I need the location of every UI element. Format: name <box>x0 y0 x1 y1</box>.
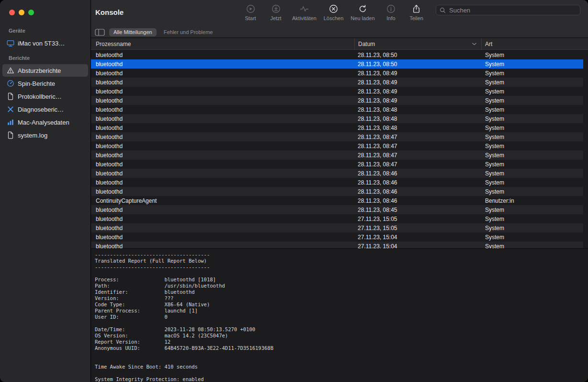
table-row[interactable]: bluetoothd27.11.23, 15:05System <box>91 214 583 223</box>
sidebar: GeräteiMac von 5T33…BerichteAbsturzberic… <box>0 0 91 382</box>
main-area: Konsole StartJetztAktivitätenLöschenNeu … <box>91 0 588 382</box>
cell-date: 28.11.23, 08:49 <box>354 79 481 86</box>
search-field[interactable] <box>436 5 580 15</box>
document-icon <box>7 93 14 100</box>
cell-type: System <box>481 170 583 177</box>
table-row[interactable]: bluetoothd27.11.23, 15:05System <box>91 223 583 232</box>
table-row[interactable]: bluetoothd28.11.23, 08:46System <box>91 187 583 196</box>
toolbar-button-label: Info <box>386 15 395 21</box>
cell-type: System <box>481 125 583 131</box>
close-window-button[interactable] <box>9 10 15 15</box>
cell-type: System <box>481 161 583 168</box>
table-row[interactable]: bluetoothd28.11.23, 08:48System <box>91 105 583 114</box>
table-row[interactable]: bluetoothd28.11.23, 08:47System <box>91 132 583 141</box>
table-row[interactable]: bluetoothd28.11.23, 08:49System <box>91 78 583 87</box>
cell-date: 28.11.23, 08:50 <box>354 52 481 58</box>
table-row[interactable]: bluetoothd28.11.23, 08:49System <box>91 96 583 105</box>
cell-process: bluetoothd <box>91 152 354 159</box>
cell-date: 27.11.23, 15:05 <box>354 225 481 232</box>
cell-date: 28.11.23, 08:49 <box>354 70 481 77</box>
cell-type: System <box>481 234 583 241</box>
column-header-label: Datum <box>358 41 375 47</box>
sidebar-item-label: Diagnoseberic… <box>18 106 64 113</box>
toolbar-button-aktivitaten[interactable]: Aktivitäten <box>292 4 317 21</box>
cell-date: 28.11.23, 08:46 <box>354 197 481 204</box>
toolbar-button-loschen[interactable]: Löschen <box>324 4 344 21</box>
share-icon <box>412 4 421 13</box>
cell-date: 28.11.23, 08:48 <box>354 116 481 122</box>
table-row[interactable]: bluetoothd28.11.23, 08:50System <box>91 59 583 69</box>
sidebar-item-diagnoseberic[interactable]: Diagnoseberic… <box>2 103 88 116</box>
table-row[interactable]: bluetoothd28.11.23, 08:47System <box>91 141 583 150</box>
toolbar-button-jetzt[interactable]: Jetzt <box>267 4 285 21</box>
column-header-datum[interactable]: Datum <box>354 38 481 49</box>
toolbar-button-label: Teilen <box>409 15 423 21</box>
sidebar-section-label: Geräte <box>9 28 90 34</box>
cell-type: System <box>481 70 583 77</box>
toolbar-button-info[interactable]: Info <box>382 4 400 21</box>
table-row[interactable]: bluetoothd28.11.23, 08:47System <box>91 150 583 160</box>
table-row[interactable]: bluetoothd28.11.23, 08:48System <box>91 114 583 123</box>
display-icon <box>7 39 14 47</box>
warning-triangle-icon <box>7 67 14 74</box>
table-row[interactable]: ContinuityCaptureAgent28.11.23, 08:46Ben… <box>91 196 583 205</box>
sidebar-toggle-icon[interactable] <box>95 29 105 36</box>
table-row[interactable]: bluetoothd28.11.23, 08:45System <box>91 205 583 214</box>
filter-tab-fehler-und-probleme[interactable]: Fehler und Probleme <box>159 28 217 36</box>
table-row[interactable]: bluetoothd28.11.23, 08:46System <box>91 169 583 178</box>
table-row[interactable]: bluetoothd28.11.23, 08:48System <box>91 123 583 132</box>
cell-type: System <box>481 61 583 68</box>
minimize-window-button[interactable] <box>19 10 24 15</box>
cell-date: 28.11.23, 08:47 <box>354 134 481 140</box>
cell-process: bluetoothd <box>91 243 354 249</box>
document-icon <box>7 131 14 139</box>
cell-date: 28.11.23, 08:50 <box>354 61 481 68</box>
cell-date: 28.11.23, 08:47 <box>354 143 481 150</box>
info-circle-icon <box>386 4 396 13</box>
toolbar-button-neu-laden[interactable]: Neu laden <box>351 4 374 21</box>
filter-tab-alle-mitteilungen[interactable]: Alle Mitteilungen <box>109 28 157 36</box>
console-window: GeräteiMac von 5T33…BerichteAbsturzberic… <box>0 0 588 382</box>
cell-process: bluetoothd <box>91 70 354 77</box>
search-input[interactable] <box>448 6 577 14</box>
sidebar-item-mac-analysedaten[interactable]: Mac-Analysedaten <box>2 116 88 128</box>
table-row[interactable]: bluetoothd27.11.23, 15:04System <box>91 232 583 242</box>
table-row[interactable]: bluetoothd28.11.23, 08:47System <box>91 160 583 169</box>
sidebar-item-system.log[interactable]: system.log <box>2 129 88 141</box>
clear-circle-icon <box>329 4 338 13</box>
table-row[interactable]: bluetoothd28.11.23, 08:46System <box>91 178 583 187</box>
column-header-label: Art <box>485 41 492 47</box>
cell-type: System <box>481 97 583 104</box>
cell-process: bluetoothd <box>91 207 354 213</box>
toolbar-button-start[interactable]: Start <box>241 4 260 21</box>
sidebar-item-protokollberic[interactable]: Protokollberic… <box>2 90 88 103</box>
toolbar-button-teilen[interactable]: Teilen <box>407 4 426 21</box>
table-row[interactable]: bluetoothd28.11.23, 08:50System <box>91 50 583 59</box>
sidebar-item-spin-berichte[interactable]: Spin-Berichte <box>2 77 88 90</box>
cell-type: System <box>481 79 583 86</box>
filter-bar: Alle MitteilungenFehler und Probleme <box>91 27 588 38</box>
table-row[interactable]: bluetoothd28.11.23, 08:49System <box>91 87 583 96</box>
cell-process: ContinuityCaptureAgent <box>91 197 354 204</box>
sidebar-item-absturzberichte[interactable]: Absturzberichte <box>2 64 88 77</box>
cell-date: 28.11.23, 08:46 <box>354 179 481 186</box>
now-circle-icon <box>271 4 281 13</box>
cell-date: 27.11.23, 15:04 <box>354 243 481 249</box>
cell-type: System <box>481 152 583 159</box>
toolbar-button-label: Start <box>245 15 256 21</box>
cell-type: System <box>481 134 583 140</box>
column-header-prozessname[interactable]: Prozessname <box>91 38 354 49</box>
sidebar-item-label: system.log <box>18 132 47 139</box>
sidebar-item-imac-von-5t33[interactable]: iMac von 5T33… <box>2 37 88 49</box>
cell-date: 28.11.23, 08:48 <box>354 106 481 113</box>
cell-date: 27.11.23, 15:04 <box>354 234 481 241</box>
report-detail-text: -------------------------------------- T… <box>95 252 588 382</box>
cell-process: bluetoothd <box>91 52 354 58</box>
column-header-art[interactable]: Art <box>481 38 588 49</box>
tools-icon <box>7 105 14 113</box>
cell-type: System <box>481 216 583 222</box>
table-row[interactable]: bluetoothd28.11.23, 08:49System <box>91 69 583 78</box>
zoom-window-button[interactable] <box>28 10 34 15</box>
table-row[interactable]: bluetoothd27.11.23, 15:04System <box>91 242 583 248</box>
cell-process: bluetoothd <box>91 116 354 122</box>
